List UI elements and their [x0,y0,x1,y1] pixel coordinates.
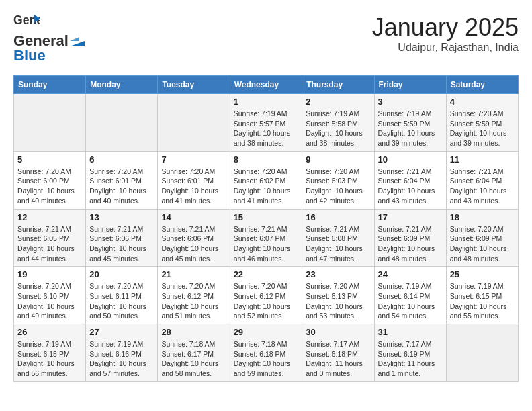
calendar-cell: 30Sunrise: 7:17 AM Sunset: 6:18 PM Dayli… [302,324,374,382]
day-info: Sunrise: 7:21 AM Sunset: 6:06 PM Dayligh… [89,224,154,264]
day-number: 30 [306,327,370,337]
day-info: Sunrise: 7:21 AM Sunset: 6:07 PM Dayligh… [234,224,299,264]
location-title: Udaipur, Rajasthan, India [372,42,519,54]
day-number: 16 [306,212,370,222]
calendar-cell: 21Sunrise: 7:20 AM Sunset: 6:12 PM Dayli… [158,267,230,324]
calendar-cell: 24Sunrise: 7:19 AM Sunset: 6:14 PM Dayli… [374,267,446,324]
calendar-cell: 27Sunrise: 7:19 AM Sunset: 6:16 PM Dayli… [86,324,158,382]
logo-triangle-icon [70,36,85,46]
header-monday: Monday [86,76,158,94]
day-info: Sunrise: 7:17 AM Sunset: 6:18 PM Dayligh… [306,339,370,379]
title-area: January 2025 Udaipur, Rajasthan, India [372,13,519,54]
day-info: Sunrise: 7:20 AM Sunset: 5:59 PM Dayligh… [450,109,515,148]
calendar-cell: 13Sunrise: 7:21 AM Sunset: 6:06 PM Dayli… [86,209,158,267]
calendar-cell: 11Sunrise: 7:21 AM Sunset: 6:04 PM Dayli… [446,151,518,209]
day-number: 19 [17,269,82,279]
day-number: 18 [450,212,515,222]
day-info: Sunrise: 7:21 AM Sunset: 6:08 PM Dayligh… [306,224,370,264]
day-info: Sunrise: 7:21 AM Sunset: 6:06 PM Dayligh… [161,224,226,264]
calendar-week-4: 19Sunrise: 7:20 AM Sunset: 6:10 PM Dayli… [14,267,519,324]
day-info: Sunrise: 7:20 AM Sunset: 6:12 PM Dayligh… [161,281,226,321]
calendar-cell: 26Sunrise: 7:19 AM Sunset: 6:15 PM Dayli… [14,324,86,382]
logo-blue-text: Blue [13,47,46,64]
calendar-cell: 12Sunrise: 7:21 AM Sunset: 6:05 PM Dayli… [14,209,86,267]
day-info: Sunrise: 7:20 AM Sunset: 6:09 PM Dayligh… [450,224,515,264]
calendar-cell: 28Sunrise: 7:18 AM Sunset: 6:17 PM Dayli… [158,324,230,382]
day-info: Sunrise: 7:20 AM Sunset: 6:11 PM Dayligh… [89,281,154,321]
logo-icon: General [13,13,40,32]
header-friday: Friday [374,76,446,94]
calendar-cell: 3Sunrise: 7:19 AM Sunset: 5:59 PM Daylig… [374,94,446,152]
calendar-cell [14,94,86,152]
day-info: Sunrise: 7:20 AM Sunset: 6:01 PM Dayligh… [161,167,226,206]
calendar-cell: 29Sunrise: 7:18 AM Sunset: 6:18 PM Dayli… [230,324,302,382]
calendar-cell: 6Sunrise: 7:20 AM Sunset: 6:01 PM Daylig… [86,151,158,209]
svg-marker-3 [70,37,79,41]
day-number: 26 [17,327,82,337]
day-number: 27 [89,327,154,337]
calendar-cell: 10Sunrise: 7:21 AM Sunset: 6:04 PM Dayli… [374,151,446,209]
calendar-cell: 22Sunrise: 7:20 AM Sunset: 6:12 PM Dayli… [230,267,302,324]
calendar-cell: 5Sunrise: 7:20 AM Sunset: 6:00 PM Daylig… [14,151,86,209]
day-number: 10 [378,154,443,165]
day-info: Sunrise: 7:20 AM Sunset: 6:02 PM Dayligh… [234,167,299,206]
day-number: 25 [450,269,515,279]
day-number: 14 [161,212,226,222]
day-info: Sunrise: 7:19 AM Sunset: 6:15 PM Dayligh… [17,339,82,379]
header-saturday: Saturday [446,76,518,94]
header-tuesday: Tuesday [158,76,230,94]
day-number: 28 [161,327,226,337]
calendar-cell: 18Sunrise: 7:20 AM Sunset: 6:09 PM Dayli… [446,209,518,267]
calendar-week-1: 1Sunrise: 7:19 AM Sunset: 5:57 PM Daylig… [14,94,519,152]
calendar-cell: 14Sunrise: 7:21 AM Sunset: 6:06 PM Dayli… [158,209,230,267]
day-info: Sunrise: 7:19 AM Sunset: 6:15 PM Dayligh… [450,281,515,321]
day-info: Sunrise: 7:20 AM Sunset: 6:13 PM Dayligh… [306,281,370,321]
calendar-cell: 23Sunrise: 7:20 AM Sunset: 6:13 PM Dayli… [302,267,374,324]
calendar-cell: 9Sunrise: 7:20 AM Sunset: 6:03 PM Daylig… [302,151,374,209]
month-title: January 2025 [372,13,519,42]
day-info: Sunrise: 7:19 AM Sunset: 6:16 PM Dayligh… [89,339,154,379]
day-info: Sunrise: 7:20 AM Sunset: 6:03 PM Dayligh… [306,167,370,206]
day-number: 6 [89,154,154,165]
calendar-cell [86,94,158,152]
day-number: 15 [234,212,299,222]
day-number: 2 [306,97,370,107]
day-info: Sunrise: 7:20 AM Sunset: 6:00 PM Dayligh… [17,167,82,206]
day-number: 5 [17,154,82,165]
calendar-cell: 16Sunrise: 7:21 AM Sunset: 6:08 PM Dayli… [302,209,374,267]
day-info: Sunrise: 7:19 AM Sunset: 6:14 PM Dayligh… [378,281,443,321]
day-number: 24 [378,269,443,279]
calendar-cell: 7Sunrise: 7:20 AM Sunset: 6:01 PM Daylig… [158,151,230,209]
day-number: 23 [306,269,370,279]
day-info: Sunrise: 7:19 AM Sunset: 5:57 PM Dayligh… [234,109,299,148]
day-number: 9 [306,154,370,165]
day-info: Sunrise: 7:19 AM Sunset: 5:58 PM Dayligh… [306,109,370,148]
calendar-cell: 25Sunrise: 7:19 AM Sunset: 6:15 PM Dayli… [446,267,518,324]
day-number: 12 [17,212,82,222]
day-info: Sunrise: 7:19 AM Sunset: 5:59 PM Dayligh… [378,109,443,148]
day-number: 29 [234,327,299,337]
day-info: Sunrise: 7:18 AM Sunset: 6:17 PM Dayligh… [161,339,226,379]
calendar-cell: 8Sunrise: 7:20 AM Sunset: 6:02 PM Daylig… [230,151,302,209]
calendar-header-row: Sunday Monday Tuesday Wednesday Thursday… [14,76,519,94]
day-info: Sunrise: 7:21 AM Sunset: 6:05 PM Dayligh… [17,224,82,264]
calendar-week-5: 26Sunrise: 7:19 AM Sunset: 6:15 PM Dayli… [14,324,519,382]
calendar-week-3: 12Sunrise: 7:21 AM Sunset: 6:05 PM Dayli… [14,209,519,267]
page-header: General General Blue January 2025 Udaipu… [13,13,519,64]
calendar-week-2: 5Sunrise: 7:20 AM Sunset: 6:00 PM Daylig… [14,151,519,209]
day-info: Sunrise: 7:21 AM Sunset: 6:09 PM Dayligh… [378,224,443,264]
calendar-cell: 4Sunrise: 7:20 AM Sunset: 5:59 PM Daylig… [446,94,518,152]
day-number: 31 [378,327,443,337]
day-info: Sunrise: 7:20 AM Sunset: 6:10 PM Dayligh… [17,281,82,321]
day-number: 7 [161,154,226,165]
day-number: 3 [378,97,443,107]
header-wednesday: Wednesday [230,76,302,94]
calendar-cell: 19Sunrise: 7:20 AM Sunset: 6:10 PM Dayli… [14,267,86,324]
day-number: 17 [378,212,443,222]
calendar-cell: 2Sunrise: 7:19 AM Sunset: 5:58 PM Daylig… [302,94,374,152]
day-info: Sunrise: 7:17 AM Sunset: 6:19 PM Dayligh… [378,339,443,379]
day-number: 21 [161,269,226,279]
day-info: Sunrise: 7:21 AM Sunset: 6:04 PM Dayligh… [450,167,515,206]
logo: General General Blue [13,13,86,64]
day-info: Sunrise: 7:20 AM Sunset: 6:12 PM Dayligh… [234,281,299,321]
